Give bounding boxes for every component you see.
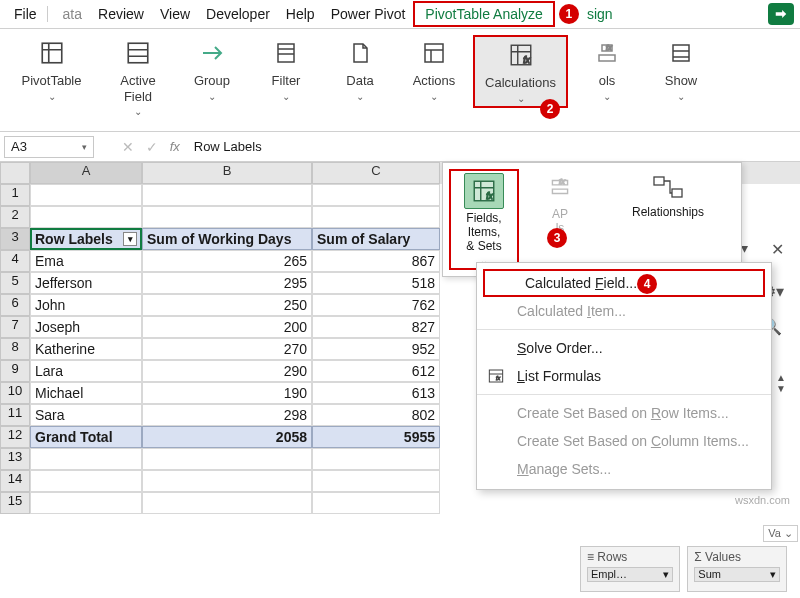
cell-working[interactable]: 250: [142, 294, 312, 316]
cell[interactable]: [142, 492, 312, 514]
tab-file[interactable]: File: [6, 3, 45, 25]
cell-salary[interactable]: 762: [312, 294, 440, 316]
cell-name[interactable]: Katherine: [30, 338, 142, 360]
cell-salary[interactable]: 518: [312, 272, 440, 294]
cell-salary[interactable]: 952: [312, 338, 440, 360]
row-header[interactable]: 12: [0, 426, 30, 448]
cell[interactable]: [142, 448, 312, 470]
row-header[interactable]: 10: [0, 382, 30, 404]
menu-list-formulas[interactable]: fx List Formulas: [477, 362, 771, 390]
ribbon-active-field[interactable]: Active Field ⌄: [103, 35, 173, 119]
grand-total-working[interactable]: 2058: [142, 426, 312, 448]
cell[interactable]: [30, 184, 142, 206]
row-header[interactable]: 13: [0, 448, 30, 470]
row-header[interactable]: 8: [0, 338, 30, 360]
ribbon-data[interactable]: Data ⌄: [325, 35, 395, 104]
cell[interactable]: [312, 206, 440, 228]
fields-items-sets[interactable]: fx Fields, Items, & Sets ⌄: [449, 169, 519, 270]
cell-name[interactable]: Michael: [30, 382, 142, 404]
cell[interactable]: [312, 448, 440, 470]
tab-review[interactable]: Review: [90, 3, 152, 25]
grand-total-label[interactable]: Grand Total: [30, 426, 142, 448]
cell-working[interactable]: 190: [142, 382, 312, 404]
cell-working[interactable]: 295: [142, 272, 312, 294]
cell-name[interactable]: Joseph: [30, 316, 142, 338]
cell-salary[interactable]: 613: [312, 382, 440, 404]
tab-view[interactable]: View: [152, 3, 198, 25]
values-field-item[interactable]: Sum▾: [694, 567, 780, 582]
close-panel-icon[interactable]: ✕: [771, 240, 784, 259]
col-header-a[interactable]: A: [30, 162, 142, 184]
col-header-b[interactable]: B: [142, 162, 312, 184]
row-header[interactable]: 11: [0, 404, 30, 426]
cell[interactable]: [312, 470, 440, 492]
row-header[interactable]: 1: [0, 184, 30, 206]
cell[interactable]: [30, 470, 142, 492]
cell-salary[interactable]: 827: [312, 316, 440, 338]
cell-working[interactable]: 270: [142, 338, 312, 360]
name-box[interactable]: A3 ▾: [4, 136, 94, 158]
rows-field-item[interactable]: Empl…▾: [587, 567, 673, 582]
row-header[interactable]: 9: [0, 360, 30, 382]
cell-working[interactable]: 290: [142, 360, 312, 382]
row-header[interactable]: 5: [0, 272, 30, 294]
ribbon-calculations[interactable]: fx Calculations ⌄: [473, 35, 568, 108]
cell[interactable]: [312, 184, 440, 206]
values-area[interactable]: Σ Values Sum▾: [687, 546, 787, 592]
pivot-header-working[interactable]: Sum of Working Days: [142, 228, 312, 250]
cell-name[interactable]: Ema: [30, 250, 142, 272]
share-button[interactable]: [768, 3, 794, 25]
pivot-header-salary[interactable]: Sum of Salary: [312, 228, 440, 250]
row-header[interactable]: 14: [0, 470, 30, 492]
row-header[interactable]: 3: [0, 228, 30, 250]
col-header-c[interactable]: C: [312, 162, 440, 184]
cell[interactable]: [142, 470, 312, 492]
cell[interactable]: [30, 492, 142, 514]
pivot-header-rowlabels[interactable]: Row Labels ▾: [30, 228, 142, 250]
cell[interactable]: [142, 184, 312, 206]
tab-pivottable-analyze[interactable]: PivotTable Analyze: [413, 1, 555, 27]
fx-icon[interactable]: fx: [162, 139, 188, 154]
ribbon-pivottable[interactable]: PivotTable ⌄: [4, 35, 99, 104]
select-all-corner[interactable]: [0, 162, 30, 184]
cell-name[interactable]: John: [30, 294, 142, 316]
tab-design-partial[interactable]: sign: [579, 3, 621, 25]
cell-salary[interactable]: 612: [312, 360, 440, 382]
enter-icon[interactable]: ✓: [142, 139, 162, 155]
cell[interactable]: [30, 206, 142, 228]
tab-help[interactable]: Help: [278, 3, 323, 25]
rows-area[interactable]: ≡ Rows Empl…▾: [580, 546, 680, 592]
cell-working[interactable]: 200: [142, 316, 312, 338]
collapse-panel-icon[interactable]: ▾: [741, 240, 748, 256]
relationships[interactable]: Relationships: [601, 169, 735, 270]
cell-salary[interactable]: 802: [312, 404, 440, 426]
row-header[interactable]: 2: [0, 206, 30, 228]
cell-salary[interactable]: 867: [312, 250, 440, 272]
row-header[interactable]: 15: [0, 492, 30, 514]
filter-dropdown-icon[interactable]: ▾: [123, 232, 137, 246]
ribbon-actions[interactable]: Actions ⌄: [399, 35, 469, 104]
row-header[interactable]: 4: [0, 250, 30, 272]
cell-name[interactable]: Sara: [30, 404, 142, 426]
menu-calculated-field[interactable]: Calculated Field...: [483, 269, 765, 297]
cell[interactable]: [142, 206, 312, 228]
tab-powerpivot[interactable]: Power Pivot: [323, 3, 414, 25]
spinner[interactable]: ▲▼: [776, 372, 786, 394]
cell-name[interactable]: Jefferson: [30, 272, 142, 294]
grand-total-salary[interactable]: 5955: [312, 426, 440, 448]
ribbon-group[interactable]: Group ⌄: [177, 35, 247, 104]
tab-data-partial[interactable]: ata: [55, 3, 90, 25]
menu-solve-order[interactable]: Solve Order...: [477, 334, 771, 362]
cell-working[interactable]: 298: [142, 404, 312, 426]
cell[interactable]: [312, 492, 440, 514]
values-dropdown-partial[interactable]: Va ⌄: [763, 525, 798, 542]
cancel-icon[interactable]: ✕: [118, 139, 138, 155]
ribbon-filter[interactable]: Filter ⌄: [251, 35, 321, 104]
row-header[interactable]: 7: [0, 316, 30, 338]
cell[interactable]: [30, 448, 142, 470]
row-header[interactable]: 6: [0, 294, 30, 316]
ribbon-show[interactable]: Show ⌄: [646, 35, 716, 104]
tab-developer[interactable]: Developer: [198, 3, 278, 25]
cell-working[interactable]: 265: [142, 250, 312, 272]
formula-value[interactable]: Row Labels: [188, 139, 268, 154]
